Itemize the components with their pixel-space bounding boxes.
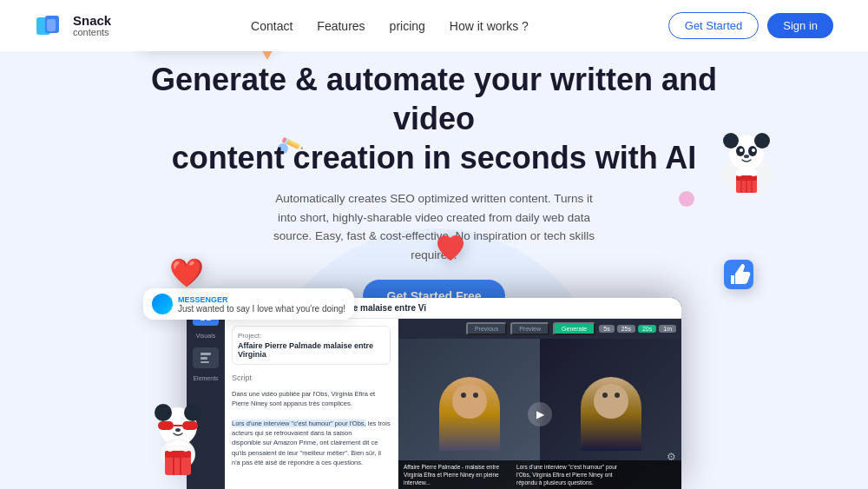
svg-point-46 bbox=[180, 441, 187, 448]
svg-rect-39 bbox=[165, 451, 191, 458]
svg-rect-33 bbox=[158, 421, 174, 430]
svg-rect-2 bbox=[47, 19, 56, 31]
nav-links: Contact Features pricing How it works ? bbox=[251, 19, 529, 33]
logo-name: Snack bbox=[73, 14, 111, 27]
svg-point-10 bbox=[752, 149, 755, 152]
video-caption-bar: Affaire Pierre Palmade - malaise entre V… bbox=[398, 460, 681, 489]
panda-mascot-top bbox=[712, 130, 781, 200]
svg-point-5 bbox=[723, 133, 739, 149]
app-screenshot: Visuals Elements Project: Affaire Pierre… bbox=[187, 298, 681, 489]
svg-point-11 bbox=[744, 155, 749, 158]
svg-point-6 bbox=[754, 133, 770, 149]
nav-pricing[interactable]: pricing bbox=[390, 19, 425, 33]
hero-title: Generate & automate your written and vid… bbox=[139, 60, 729, 177]
svg-point-31 bbox=[155, 404, 172, 421]
heart-icon-center bbox=[434, 231, 467, 272]
panda-mascot-bottom bbox=[148, 400, 208, 489]
messenger-platform: MESSENGER bbox=[178, 295, 345, 304]
time-badges: 5s 25s 20s 1m bbox=[599, 325, 676, 333]
svg-rect-28 bbox=[201, 357, 207, 360]
logo-icon bbox=[35, 14, 66, 38]
messenger-avatar bbox=[152, 294, 173, 314]
script-label: Script bbox=[232, 370, 391, 384]
nav-how-it-works[interactable]: How it works ? bbox=[450, 19, 529, 33]
sidebar-label-elements: Elements bbox=[193, 375, 218, 381]
app-video-panel: Previous Preview Generate 5s 25s 20s 1m bbox=[398, 319, 681, 489]
project-card: Project: Affaire Pierre Palmade malaise … bbox=[232, 326, 391, 365]
preview-button[interactable]: Preview bbox=[510, 322, 549, 335]
svg-rect-34 bbox=[182, 421, 198, 430]
previous-button[interactable]: Previous bbox=[466, 322, 507, 335]
nav-contact[interactable]: Contact bbox=[251, 19, 293, 33]
nav-buttons: Get Started Sign in bbox=[668, 12, 833, 39]
navbar: Snack contents Contact Features pricing … bbox=[0, 0, 868, 51]
caption-right-3: répondu à plusieurs questions. bbox=[516, 479, 617, 486]
messenger-text: Just wanted to say I love what you're do… bbox=[178, 304, 345, 314]
thumbs-up-icon bbox=[722, 258, 755, 298]
logo-subtitle: contents bbox=[73, 27, 111, 37]
app-content-area: Project: Affaire Pierre Palmade malaise … bbox=[225, 319, 681, 489]
sign-in-button[interactable]: Sign in bbox=[767, 13, 833, 38]
svg-point-32 bbox=[184, 404, 201, 421]
play-icon: ▶ bbox=[536, 408, 544, 420]
caption-left-3: interview... bbox=[404, 479, 499, 486]
svg-point-20 bbox=[740, 168, 746, 174]
svg-point-21 bbox=[747, 168, 753, 174]
project-title: Affaire Pierre Palmade malaise entre Vir… bbox=[238, 341, 385, 359]
video-frame: ▶ ⚙ Affaire Pierre Palmade - malaise ent… bbox=[398, 339, 681, 489]
sidebar-icon-elements[interactable] bbox=[193, 347, 219, 368]
video-area: ▶ ⚙ Affaire Pierre Palmade - malaise ent… bbox=[398, 339, 681, 489]
project-label: Project: bbox=[238, 332, 385, 340]
app-main-area: Project: Affaire Pierre Palmade malaise … bbox=[225, 298, 681, 489]
time-badge-5s: 5s bbox=[599, 325, 614, 333]
svg-rect-27 bbox=[201, 353, 211, 355]
time-badge-25s: 25s bbox=[617, 325, 635, 333]
caption-right-2: l'Obs, Virginia Efira et Pierre Niney on… bbox=[516, 471, 617, 479]
script-content: Dans une vidéo publiée par l'Obs, Virgin… bbox=[232, 389, 391, 467]
time-badge-1m: 1m bbox=[659, 325, 676, 333]
video-toolbar: Previous Preview Generate 5s 25s 20s 1m bbox=[398, 319, 681, 339]
caption-left-1: Affaire Pierre Palmade - malaise entre bbox=[404, 463, 499, 471]
messenger-badge: MESSENGER Just wanted to say I love what… bbox=[143, 288, 354, 320]
caption-right-1: Lors d'une interview "c'est humour" pour bbox=[516, 463, 617, 471]
video-play-button[interactable]: ▶ bbox=[528, 402, 552, 426]
sidebar-label-visuals: Visuals bbox=[196, 333, 215, 339]
heart-icon-left: ❤️ bbox=[169, 256, 204, 289]
time-badge-20s: 20s bbox=[638, 325, 656, 333]
svg-point-36 bbox=[175, 428, 181, 432]
svg-point-45 bbox=[170, 441, 177, 448]
nav-features[interactable]: Features bbox=[317, 19, 365, 33]
get-started-button[interactable]: Get Started bbox=[668, 12, 759, 39]
caption-left-2: Virginia Efira et Pierre Niney en pleine bbox=[404, 471, 499, 479]
generate-button[interactable]: Generate bbox=[553, 322, 595, 335]
svg-point-9 bbox=[740, 149, 743, 152]
logo[interactable]: Snack contents bbox=[35, 14, 111, 38]
svg-rect-29 bbox=[201, 361, 209, 363]
app-left-panel: Project: Affaire Pierre Palmade malaise … bbox=[225, 319, 398, 489]
